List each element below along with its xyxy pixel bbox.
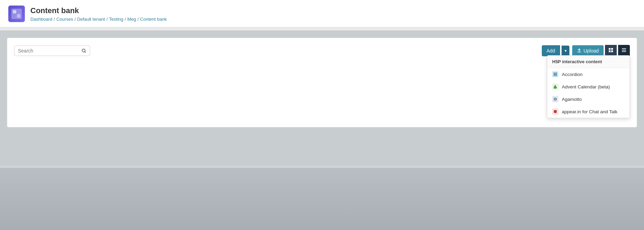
app-logo <box>8 6 25 22</box>
add-button[interactable]: Add <box>542 45 560 56</box>
svg-rect-11 <box>554 73 557 74</box>
breadcrumb: Dashboard / Courses / Default tenant / T… <box>30 17 167 22</box>
toolbar: Add ▾ Upload <box>14 45 630 56</box>
svg-rect-6 <box>609 50 611 52</box>
appear-icon <box>552 108 558 115</box>
bottom-area <box>0 168 644 230</box>
upload-icon <box>577 48 581 53</box>
search-icon <box>81 48 86 53</box>
svg-rect-8 <box>622 48 626 49</box>
nav-bar <box>0 27 644 31</box>
dropdown-header: H5P interactive content <box>547 56 629 68</box>
breadcrumb-content-bank[interactable]: Content bank <box>140 17 167 22</box>
svg-rect-4 <box>609 48 611 50</box>
search-button[interactable] <box>81 48 86 53</box>
dropdown-item-label: Agamotto <box>562 97 582 102</box>
list-item[interactable]: appear.in for Chat and Talk <box>547 105 629 118</box>
breadcrumb-courses[interactable]: Courses <box>56 17 73 22</box>
breadcrumb-sep-1: / <box>75 17 76 22</box>
add-dropdown-menu: H5P interactive content Accordion 🎄 Adve… <box>547 55 630 118</box>
search-input[interactable] <box>18 48 81 54</box>
list-item[interactable]: Accordion <box>547 68 629 80</box>
upload-label: Upload <box>584 48 599 54</box>
header-text: Content bank Dashboard / Courses / Defau… <box>30 6 167 22</box>
svg-rect-15 <box>554 110 557 113</box>
grid-view-button[interactable] <box>605 45 617 56</box>
breadcrumb-sep-2: / <box>106 17 108 22</box>
breadcrumb-sep-4: / <box>137 17 139 22</box>
caret-down-icon: ▾ <box>565 48 567 53</box>
dropdown-item-label: Advent Calendar (beta) <box>562 84 610 89</box>
breadcrumb-sep-0: / <box>54 17 55 22</box>
breadcrumb-default-tenant[interactable]: Default tenant <box>77 17 105 22</box>
breadcrumb-sep-3: / <box>125 17 126 22</box>
list-item[interactable]: 🎄 Advent Calendar (beta) <box>547 80 629 93</box>
search-box[interactable] <box>14 46 90 56</box>
svg-rect-12 <box>554 75 557 76</box>
svg-rect-10 <box>622 51 626 52</box>
content-card: Add ▾ Upload <box>7 38 637 127</box>
svg-line-1 <box>85 51 86 52</box>
svg-rect-5 <box>611 48 613 50</box>
breadcrumb-dashboard[interactable]: Dashboard <box>30 17 52 22</box>
list-item[interactable]: Agamotto <box>547 93 629 105</box>
agamotto-icon <box>552 96 558 102</box>
svg-rect-7 <box>611 50 613 52</box>
breadcrumb-testing[interactable]: Testing <box>109 17 123 22</box>
main-content: Add ▾ Upload <box>0 31 644 166</box>
advent-icon: 🎄 <box>552 84 558 90</box>
upload-button[interactable]: Upload <box>572 45 604 56</box>
svg-rect-9 <box>622 50 626 50</box>
dropdown-item-label: appear.in for Chat and Talk <box>562 109 617 114</box>
page-title: Content bank <box>30 6 167 15</box>
list-view-button[interactable] <box>618 45 630 56</box>
grid-icon <box>608 48 613 52</box>
toolbar-right: Add ▾ Upload <box>542 45 630 56</box>
list-icon <box>622 48 626 52</box>
add-dropdown-button[interactable]: ▾ <box>561 46 569 56</box>
accordion-icon <box>552 71 558 77</box>
dropdown-list: Accordion 🎄 Advent Calendar (beta) Agamo… <box>547 68 629 118</box>
dropdown-item-label: Accordion <box>562 72 583 77</box>
breadcrumb-meg[interactable]: Meg <box>127 17 136 22</box>
page-header: Content bank Dashboard / Courses / Defau… <box>0 0 644 27</box>
